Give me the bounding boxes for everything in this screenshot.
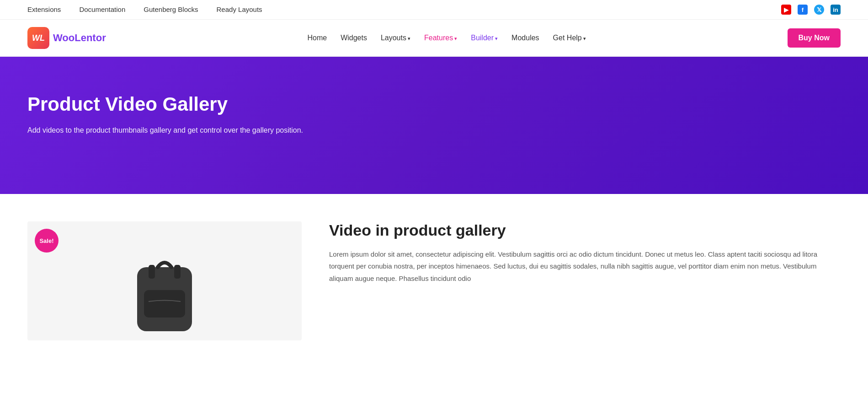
nav-item-modules[interactable]: Modules: [511, 34, 539, 42]
twitter-icon[interactable]: 𝕏: [814, 5, 824, 15]
main-nav-links: Home Widgets Layouts Features Builder Mo…: [307, 34, 586, 42]
top-nav-item-ready-layouts[interactable]: Ready Layouts: [217, 5, 262, 14]
buy-now-button[interactable]: Buy Now: [788, 28, 841, 48]
nav-item-layouts[interactable]: Layouts: [381, 34, 410, 42]
top-bar: Extensions Documentation Gutenberg Block…: [0, 0, 868, 20]
top-nav-item-gutenberg[interactable]: Gutenberg Blocks: [144, 5, 198, 14]
logo-icon: WL: [27, 27, 49, 49]
nav-item-builder[interactable]: Builder: [471, 34, 498, 42]
facebook-icon[interactable]: f: [798, 5, 808, 15]
svg-rect-3: [174, 265, 181, 279]
top-nav-item-extensions[interactable]: Extensions: [27, 5, 61, 14]
nav-item-features[interactable]: Features: [424, 34, 457, 42]
logo-text: WooLentor: [53, 32, 106, 44]
nav-item-widgets[interactable]: Widgets: [341, 34, 367, 42]
hero-banner: Product Video Gallery Add videos to the …: [0, 57, 868, 194]
main-header: WL WooLentor Home Widgets Layouts Featur…: [0, 20, 868, 57]
nav-item-get-help[interactable]: Get Help: [553, 34, 586, 42]
hero-description: Add videos to the product thumbnails gal…: [27, 124, 325, 136]
backpack-image: [114, 240, 215, 340]
sale-badge: Sale!: [35, 229, 59, 253]
svg-rect-1: [144, 290, 185, 318]
product-description: Lorem ipsum dolor sit amet, consectetur …: [329, 248, 841, 285]
content-section: Sale! Video in product gallery Lorem ips…: [0, 194, 868, 359]
product-section-title: Video in product gallery: [329, 221, 841, 239]
nav-item-home[interactable]: Home: [307, 34, 327, 42]
product-gallery: Sale!: [27, 221, 302, 340]
top-bar-nav: Extensions Documentation Gutenberg Block…: [27, 5, 262, 14]
top-nav-item-documentation[interactable]: Documentation: [79, 5, 125, 14]
svg-rect-2: [149, 265, 155, 279]
product-text-column: Video in product gallery Lorem ipsum dol…: [329, 221, 841, 285]
logo-link[interactable]: WL WooLentor: [27, 27, 106, 49]
linkedin-icon[interactable]: in: [831, 5, 841, 15]
hero-title: Product Video Gallery: [27, 93, 302, 115]
youtube-icon[interactable]: ▶: [781, 5, 791, 15]
social-icons-group: ▶ f 𝕏 in: [781, 5, 841, 15]
